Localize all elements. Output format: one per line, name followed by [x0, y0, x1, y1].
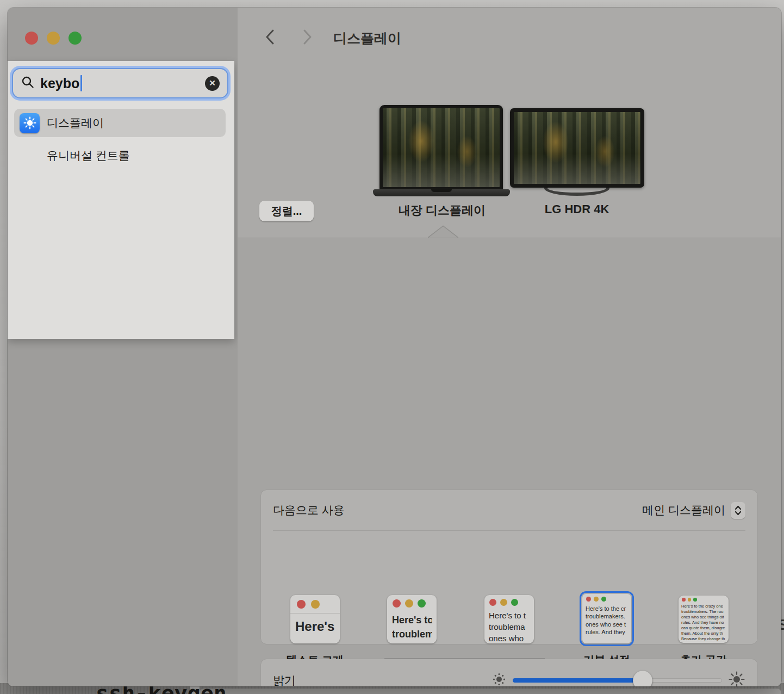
brightness-row: 밝기: [261, 659, 757, 686]
brightness-slider[interactable]: [513, 678, 722, 683]
use-as-dropdown-stepper[interactable]: [731, 502, 745, 519]
mini-window-traffic-lights: [290, 595, 340, 614]
search-result-universal-control[interactable]: 유니버설 컨트롤: [14, 141, 226, 170]
window-controls: [25, 32, 82, 45]
use-as-label: 다음으로 사용: [273, 503, 345, 518]
wallpaper-preview: [383, 108, 500, 187]
search-result-display[interactable]: 디스플레이: [14, 109, 226, 137]
zoom-window-button[interactable]: [69, 32, 82, 45]
search-query-text: keybo: [40, 76, 79, 91]
brightness-low-icon: [491, 672, 507, 686]
sidebar: keybo ✕ 디스플레이: [8, 8, 238, 686]
scaling-option-default-selected[interactable]: Here's to the cr troublemakers. ones who…: [580, 591, 634, 646]
scaling-option-more-space[interactable]: Here's to the crazy one troublemakers. T…: [679, 596, 729, 643]
resolution-card: 다음으로 사용 메인 디스플레이 Here's: [261, 490, 757, 644]
selected-display-pointer: [428, 225, 458, 238]
scaling-option-2[interactable]: Here's to troublem: [387, 595, 437, 643]
mini-window-traffic-lights: [582, 594, 631, 603]
display-settings-content: 다음으로 사용 메인 디스플레이 Here's: [238, 238, 781, 686]
page-title: 디스플레이: [333, 29, 401, 47]
background-window-fragment: [200, 689, 781, 694]
scaling-option-larger-text[interactable]: Here's: [290, 595, 340, 643]
search-icon: [21, 75, 35, 91]
main-panel: 디스플레이 내장 디스플레이 LG HDR 4K 정렬... 다음으로 사용 메…: [238, 8, 781, 686]
wallpaper-preview: [514, 112, 640, 184]
text-cursor: [80, 75, 82, 91]
brightness-card: 밝기: [261, 659, 757, 686]
display-thumbnail-lg-hdr-4k[interactable]: [510, 108, 644, 188]
brightness-high-icon: [728, 671, 745, 686]
divider: [273, 530, 745, 531]
mini-window-traffic-lights: [387, 595, 437, 611]
brightness-slider-fill: [513, 678, 643, 683]
laptop-base: [373, 189, 510, 196]
mini-window-traffic-lights: [679, 596, 729, 603]
close-window-button[interactable]: [25, 32, 38, 45]
search-result-label: 유니버설 컨트롤: [47, 148, 130, 163]
clear-search-button[interactable]: ✕: [205, 76, 220, 91]
built-in-display-label: 내장 디스플레이: [399, 202, 486, 219]
display-brightness-icon: [20, 113, 40, 133]
mini-window-traffic-lights: [484, 595, 534, 608]
forward-button[interactable]: [301, 28, 315, 47]
search-results-panel: keybo ✕ 디스플레이: [8, 61, 234, 339]
minimize-window-button[interactable]: [47, 32, 60, 45]
system-settings-window: keybo ✕ 디스플레이: [8, 8, 781, 686]
brightness-label: 밝기: [273, 673, 296, 686]
display-thumbnail-built-in[interactable]: [379, 105, 503, 190]
back-button[interactable]: [263, 28, 277, 47]
scaling-option-3[interactable]: Here's to t troublema ones who: [484, 595, 534, 643]
lg-hdr-4k-label: LG HDR 4K: [545, 202, 609, 216]
use-as-value: 메인 디스플레이: [642, 503, 725, 518]
brightness-slider-thumb[interactable]: [633, 671, 652, 686]
search-result-label: 디스플레이: [47, 115, 104, 131]
search-input[interactable]: keybo ✕: [12, 68, 228, 98]
use-as-row: 다음으로 사용 메인 디스플레이: [261, 490, 757, 530]
arrange-displays-button[interactable]: 정렬...: [259, 201, 314, 221]
